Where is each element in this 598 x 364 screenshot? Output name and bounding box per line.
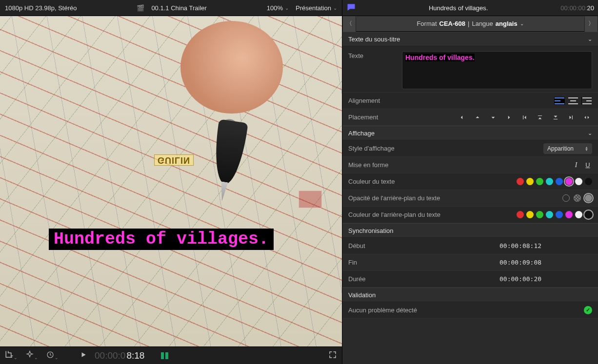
nudge-left-button[interactable] — [457, 113, 467, 122]
section-validation: Validation — [342, 287, 598, 302]
map-background — [0, 16, 342, 346]
label-bg-opacity: Opacité de l'arrière-plan du texte — [348, 194, 485, 202]
inspector-title: Hundreds of villages. — [361, 4, 556, 12]
fullscreen-button[interactable] — [328, 350, 337, 361]
text-color-swatch-5[interactable] — [565, 178, 573, 185]
format-style-row: Mise en forme I U — [342, 157, 598, 173]
text-row: Texte Hundreds of villages. — [342, 46, 598, 93]
viewer-panel: 1080p HD 23.98p, Stéréo 🎬 00.1.1 China T… — [0, 0, 342, 364]
opacity-full-button[interactable] — [585, 194, 592, 202]
clip-name: 00.1.1 China Trailer — [151, 4, 206, 12]
format-language-selector[interactable]: FormatCEA-608| Langueanglais⌄ — [356, 20, 584, 27]
view-dropdown[interactable]: Présentation⌄ — [296, 4, 337, 12]
play-button[interactable] — [80, 351, 87, 360]
text-color-swatch-6[interactable] — [575, 178, 582, 185]
caption-overlay[interactable]: Hundreds of villages. — [49, 229, 274, 250]
duration-row: Durée 00:00:00:20 — [342, 271, 598, 287]
bg-opacity-row: Opacité de l'arrière-plan du texte — [342, 190, 598, 207]
chevron-down-icon: ⌄ — [588, 36, 592, 42]
bg-color-swatch-2[interactable] — [536, 211, 543, 218]
display-style-row: Style d'affichage Apparition▲▼ — [342, 140, 598, 157]
bg-color-swatch-7[interactable] — [585, 211, 592, 218]
text-color-swatch-0[interactable] — [517, 178, 524, 185]
label-format-style: Mise en forme — [348, 161, 446, 169]
italic-button[interactable]: I — [572, 161, 580, 169]
timecode-display[interactable]: 00:00:08:18 — [95, 350, 144, 361]
effects-menu[interactable]: ⌄ — [25, 350, 38, 361]
nudge-up-button[interactable] — [472, 113, 483, 122]
opacity-semi-button[interactable] — [574, 194, 581, 202]
move-bottom-button[interactable] — [550, 113, 561, 122]
map-city-label: GUILIN — [154, 154, 194, 166]
thumb-graphic — [180, 21, 283, 114]
inspector-header: Hundreds of villages. 00:00:00:20 — [342, 0, 598, 16]
caption-text-input[interactable]: Hundreds of villages. — [402, 51, 592, 89]
retime-menu[interactable]: ⌄ — [46, 350, 59, 361]
align-right-button[interactable] — [581, 96, 592, 106]
validation-row: Aucun problème détecté ✓ — [342, 302, 598, 319]
text-color-swatch-4[interactable] — [556, 178, 563, 185]
align-left-button[interactable] — [554, 96, 565, 106]
label-text: Texte — [348, 51, 397, 59]
viewer-bottom-bar: ⌄ ⌄ ⌄ 00:00:08:18 — [0, 346, 342, 364]
chevron-down-icon: ⌄ — [588, 130, 592, 136]
validation-message: Aucun problème détecté — [348, 307, 417, 314]
prev-caption-button[interactable]: 〈 — [342, 16, 356, 32]
bg-color-swatch-0[interactable] — [517, 211, 524, 218]
label-placement: Placement — [348, 114, 446, 121]
label-alignment: Alignement — [348, 97, 446, 104]
text-color-swatch-3[interactable] — [546, 178, 553, 185]
text-color-swatch-2[interactable] — [536, 178, 543, 185]
caption-icon[interactable] — [346, 2, 356, 14]
end-row: Fin 00:00:09:08 — [342, 254, 598, 271]
section-display[interactable]: Affichage⌄ — [342, 126, 598, 140]
nudge-down-button[interactable] — [488, 113, 498, 122]
text-color-row: Couleur du texte — [342, 173, 598, 190]
bg-color-swatch-3[interactable] — [546, 211, 553, 218]
inspector-timecode: 00:00:00:20 — [560, 4, 594, 12]
move-top-button[interactable] — [535, 113, 545, 122]
clapper-icon: 🎬 — [137, 4, 144, 12]
underline-button[interactable]: U — [583, 161, 592, 169]
section-sync: Synchronisation — [342, 223, 598, 238]
bg-color-swatch-6[interactable] — [575, 211, 582, 218]
start-row: Début 00:00:08:12 — [342, 238, 598, 254]
bg-color-row: Couleur de l'arrière-plan du texte — [342, 207, 598, 223]
bg-color-swatch-1[interactable] — [526, 211, 534, 218]
alignment-row: Alignement — [342, 93, 598, 109]
label-duration: Durée — [348, 275, 446, 283]
format-nav-row: 〈 FormatCEA-608| Langueanglais⌄ 〉 — [342, 16, 598, 32]
selection-handle[interactable] — [299, 191, 322, 208]
zoom-dropdown[interactable]: 100%⌄ — [267, 4, 289, 12]
viewer-canvas[interactable]: GUILIN Hundreds of villages. — [0, 16, 342, 346]
next-caption-button[interactable]: 〉 — [584, 16, 598, 32]
end-time-field[interactable]: 00:00:09:08 — [499, 259, 541, 266]
inspector-panel: Hundreds of villages. 00:00:00:20 〈 Form… — [342, 0, 598, 364]
bg-color-swatch-4[interactable] — [556, 211, 563, 218]
audio-meters — [161, 352, 168, 359]
label-bg-color: Couleur de l'arrière-plan du texte — [348, 211, 485, 218]
align-center-button[interactable] — [568, 96, 578, 106]
placement-row: Placement — [342, 109, 598, 126]
label-text-color: Couleur du texte — [348, 178, 485, 185]
opacity-none-button[interactable] — [562, 194, 570, 202]
viewer-top-bar: 1080p HD 23.98p, Stéréo 🎬 00.1.1 China T… — [0, 0, 342, 16]
move-start-button[interactable] — [519, 113, 530, 122]
display-style-stepper[interactable]: Apparition▲▼ — [543, 143, 592, 154]
check-icon: ✓ — [584, 306, 592, 314]
crop-menu[interactable]: ⌄ — [5, 350, 18, 361]
label-end: Fin — [348, 259, 446, 266]
start-time-field[interactable]: 00:00:08:12 — [499, 242, 541, 249]
move-end-button[interactable] — [566, 113, 577, 122]
bg-color-swatch-5[interactable] — [565, 211, 573, 218]
label-display-style: Style d'affichage — [348, 145, 446, 152]
text-color-swatch-1[interactable] — [526, 178, 534, 185]
text-color-swatch-7[interactable] — [585, 178, 592, 185]
duration-field[interactable]: 00:00:00:20 — [499, 275, 541, 283]
move-center-button[interactable] — [581, 113, 592, 122]
label-start: Début — [348, 242, 446, 249]
section-caption-text[interactable]: Texte du sous-titre⌄ — [342, 32, 598, 46]
nudge-right-button[interactable] — [503, 113, 514, 122]
format-info: 1080p HD 23.98p, Stéréo — [5, 4, 77, 12]
